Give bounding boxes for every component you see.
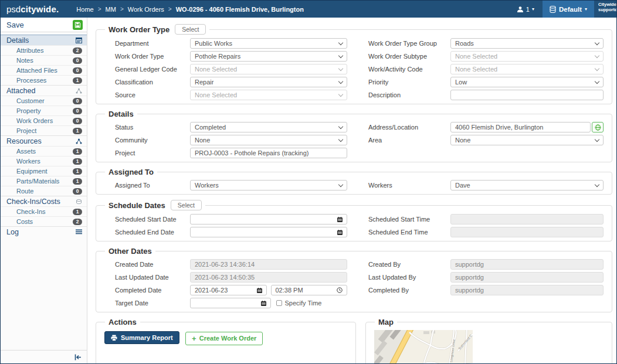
scheduled-end-date-input[interactable] [190, 227, 347, 237]
count-badge: 1 [73, 148, 82, 155]
sidebar-item-notes[interactable]: Notes0 [1, 55, 87, 65]
community-select[interactable]: None [190, 135, 347, 145]
map-locate-button[interactable] [592, 122, 604, 132]
schedule-dates-select-button[interactable]: Select [171, 200, 202, 210]
status-select[interactable]: Completed [190, 122, 347, 132]
work-order-type-select[interactable]: Pothole Repairs [190, 51, 347, 62]
psd-citywide-logo[interactable]: psdcitywide. [1, 4, 59, 14]
chevron-down-icon [338, 124, 343, 128]
last-updated-date-input: 2021-06-23 14:50:35 [190, 272, 347, 283]
chevron-down-icon [595, 66, 599, 70]
classification-select[interactable]: Repair [190, 77, 347, 87]
chevron-down-icon [338, 40, 343, 45]
section-title: Details [109, 110, 134, 118]
sidebar-item-workers[interactable]: Workers1 [1, 156, 87, 166]
count-badge: 0 [73, 57, 82, 64]
sidebar-collapse-button[interactable] [1, 350, 87, 363]
work-order-type-select-button[interactable]: Select [175, 24, 206, 35]
chevron-down-icon [595, 40, 599, 45]
field-label: Scheduled End Date [104, 229, 190, 236]
priority-select[interactable]: Low [450, 77, 604, 87]
count-badge: 1 [73, 158, 82, 165]
sidebar-item-attached-files[interactable]: Attached Files0 [1, 65, 87, 75]
user-menu[interactable]: 1 ▾ [508, 1, 543, 18]
sidebar-section-resources[interactable]: Resources [1, 135, 87, 146]
user-icon [517, 6, 524, 13]
chevron-down-icon [595, 182, 599, 186]
scheduled-start-date-input[interactable] [190, 214, 347, 224]
general-ledger-code-select: None Selected [190, 64, 347, 74]
sidebar-item-route[interactable]: Route0 [1, 186, 87, 196]
chevron-down-icon [338, 79, 343, 83]
sidebar-item-equipment[interactable]: Equipment1 [1, 166, 87, 176]
field-label: Area [368, 137, 450, 144]
area-select[interactable]: None [450, 135, 604, 145]
coins-icon [76, 199, 82, 205]
field-label: Completed By [368, 287, 450, 294]
sidebar-item-attributes[interactable]: Attributes2 [1, 45, 87, 55]
sidebar-item-check-ins[interactable]: Check-Ins1 [1, 206, 87, 216]
workers-select[interactable]: Dave [450, 180, 604, 190]
sidebar-section-attached[interactable]: Attached [1, 85, 87, 96]
top-navbar: psdcitywide. Home > MM > Work Orders > W… [1, 1, 616, 18]
user-count: 1 [526, 6, 530, 13]
database-selector-button[interactable]: Default ▾ [543, 1, 594, 18]
section-title: Assigned To [109, 168, 154, 176]
field-label: Workers [368, 182, 450, 189]
calendar-icon [261, 301, 266, 306]
breadcrumb-home[interactable]: Home [76, 6, 93, 13]
section-actions: Actions Summary Report + Create Work Ord… [96, 318, 356, 363]
summary-report-button[interactable]: Summary Report [104, 331, 179, 344]
completed-date-input[interactable]: 2021-06-23 [190, 285, 267, 295]
breadcrumb-separator: > [168, 6, 172, 12]
address-location-input[interactable]: 4060 Flemish Drive, Burlington [450, 122, 591, 132]
assigned-to-select[interactable]: Workers [190, 180, 347, 190]
field-label: Scheduled Start Date [104, 216, 190, 223]
chevron-down-icon [338, 53, 343, 57]
sidebar-item-customer[interactable]: Customer0 [1, 96, 87, 106]
save-button[interactable]: Save [1, 18, 87, 32]
count-badge: 1 [73, 168, 82, 175]
plus-icon: + [192, 335, 196, 342]
checkbox-box [276, 300, 282, 306]
project-input[interactable]: PROJ-0003 - Pothole Repairs (tracking) [190, 148, 347, 158]
section-details: Details StatusCompleted CommunityNone Pr… [96, 110, 612, 162]
map-image[interactable]: Flemish Drive Longmoor Drive Sutherland … [374, 330, 473, 363]
specify-time-checkbox[interactable]: Specify Time [275, 298, 348, 308]
field-label: Source [104, 91, 190, 98]
create-work-order-button[interactable]: + Create Work Order [185, 332, 263, 345]
log-lines-icon [76, 229, 82, 234]
sidebar-item-processes[interactable]: Processes1 [1, 75, 87, 85]
chevron-down-icon [595, 53, 599, 57]
sidebar-item-assets[interactable]: Assets1 [1, 146, 87, 156]
field-label: Status [104, 124, 190, 131]
calendar-icon [337, 230, 343, 235]
source-select[interactable]: None Selected [190, 90, 347, 100]
field-label: Completed Date [104, 287, 190, 294]
sidebar-item-project[interactable]: Project1 [1, 125, 87, 135]
chevron-down-icon [338, 182, 343, 186]
field-label: Description [368, 91, 450, 98]
sidebar-section-checkins-costs[interactable]: Check-Ins/Costs [1, 196, 87, 206]
sidebar-item-parts-materials[interactable]: Parts/Materials1 [1, 176, 87, 186]
breadcrumb-mm[interactable]: MM [106, 6, 116, 13]
sidebar-item-property[interactable]: Property0 [1, 106, 87, 115]
completed-time-input[interactable]: 02:38 PM [271, 285, 348, 295]
sidebar-item-costs[interactable]: Costs2 [1, 216, 87, 226]
count-badge: 1 [73, 77, 82, 84]
created-date-input: 2021-06-23 14:36:14 [190, 259, 347, 270]
field-label: Classification [104, 79, 190, 86]
scheduled-end-time-input [450, 227, 604, 237]
sidebar-section-details[interactable]: Details [1, 35, 87, 45]
breadcrumb-work-orders[interactable]: Work Orders [128, 6, 164, 13]
work-order-type-group-select[interactable]: Roads [450, 38, 604, 49]
sidebar-section-log[interactable]: Log [1, 226, 87, 237]
completed-by-input: supportdg [450, 285, 604, 295]
department-select[interactable]: Public Works [190, 38, 347, 49]
clock-icon [337, 287, 343, 293]
description-input[interactable] [450, 90, 604, 100]
sidebar-item-work-orders[interactable]: Work Orders0 [1, 115, 87, 125]
target-date-input[interactable] [190, 298, 271, 308]
work-order-subtype-select: None Selected [450, 51, 604, 62]
section-title: Schedule Dates [109, 201, 165, 210]
